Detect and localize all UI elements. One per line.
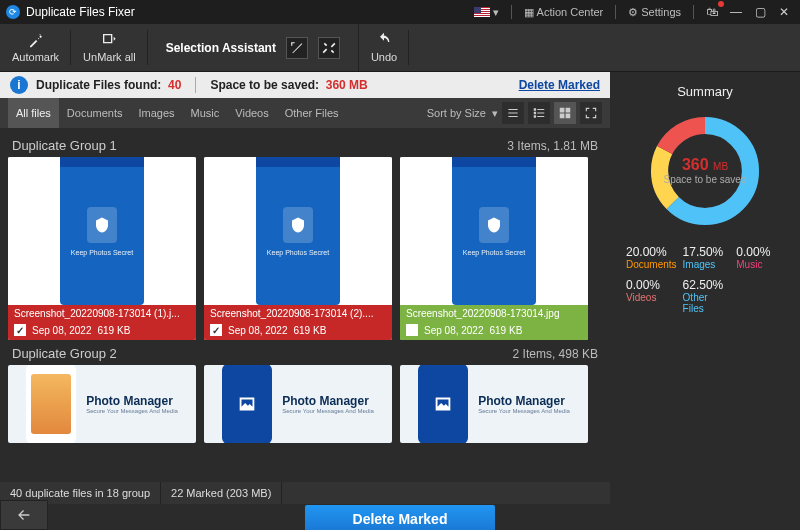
thumbnail: Photo ManagerSecure Your Messages And Me…	[400, 365, 588, 443]
found-label: Duplicate Files found:	[36, 78, 161, 92]
back-button[interactable]	[0, 500, 48, 530]
group-header: Duplicate Group 1 3 Items, 1.81 MB	[8, 132, 602, 157]
file-card[interactable]: Photo ManagerSecure Your Messages And Me…	[204, 365, 392, 443]
stat-pct: 20.00%	[626, 245, 677, 259]
file-name: Screenshot_20220908-173014 (2)....	[204, 305, 392, 322]
tab-videos[interactable]: Videos	[227, 98, 276, 128]
thumbnail: Photo ManagerSecure Your Messages And Me…	[204, 365, 392, 443]
file-meta: ✓Sep 08, 2022619 KB	[204, 322, 392, 340]
minimize-button[interactable]: —	[726, 3, 746, 21]
close-button[interactable]: ✕	[774, 3, 794, 21]
file-date: Sep 08, 2022	[424, 325, 484, 336]
bottom-bar: Delete Marked	[0, 504, 800, 530]
status-bar: 40 duplicate files in 18 group 22 Marked…	[0, 482, 610, 504]
stat-pct: 0.00%	[736, 245, 784, 259]
stat-label: Music	[736, 259, 784, 270]
file-checkbox[interactable]: ✓	[210, 324, 222, 336]
file-date: Sep 08, 2022	[228, 325, 288, 336]
flag-icon	[474, 7, 490, 17]
bell-icon: 🛍	[706, 5, 718, 19]
thumbnail: Keep Photos Secret	[204, 157, 392, 305]
summary-unit: MB	[713, 161, 728, 172]
sort-label: Sort by Size	[427, 107, 486, 119]
view-detail-button[interactable]	[528, 102, 550, 124]
file-meta: Sep 08, 2022619 KB	[400, 322, 588, 340]
stat-label: Images	[683, 259, 731, 270]
title-bar: ⟳ Duplicate Files Fixer ▾ ▦Action Center…	[0, 0, 800, 24]
group-header: Duplicate Group 2 2 Items, 498 KB	[8, 340, 602, 365]
view-grid-button[interactable]	[554, 102, 576, 124]
group-info: 2 Items, 498 KB	[513, 347, 598, 361]
tab-other[interactable]: Other Files	[277, 98, 347, 128]
file-size: 619 KB	[294, 325, 327, 336]
expand-icon	[584, 106, 598, 120]
tab-documents[interactable]: Documents	[59, 98, 131, 128]
file-checkbox[interactable]: ✓	[14, 324, 26, 336]
file-size: 619 KB	[490, 325, 523, 336]
file-date: Sep 08, 2022	[32, 325, 92, 336]
delete-marked-button[interactable]: Delete Marked	[305, 505, 496, 530]
file-name: Screenshot_20220908-173014.jpg	[400, 305, 588, 322]
selection-tool-1[interactable]	[286, 37, 308, 59]
summary-sub: Space to be saved	[664, 174, 747, 186]
main-toolbar: Automark UnMark all Selection Assistant …	[0, 24, 800, 72]
language-selector[interactable]: ▾	[470, 6, 503, 19]
checkbox-icon	[100, 32, 118, 48]
summary-stats: 20.00%Documents 17.50%Images 0.00%Music …	[626, 245, 784, 314]
selection-assistant-label: Selection Assistant	[166, 41, 276, 55]
info-icon: i	[10, 76, 28, 94]
file-card[interactable]: Keep Photos Secret Screenshot_20220908-1…	[400, 157, 588, 340]
file-checkbox[interactable]	[406, 324, 418, 336]
settings-button[interactable]: ⚙Settings	[624, 6, 685, 19]
action-center-label: Action Center	[537, 6, 604, 18]
tab-all-files[interactable]: All files	[8, 98, 59, 128]
back-arrow-icon	[12, 507, 36, 523]
automark-button[interactable]: Automark	[0, 24, 71, 71]
delete-marked-link[interactable]: Delete Marked	[519, 78, 600, 92]
summary-value: 360	[682, 156, 709, 173]
action-center-button[interactable]: ▦Action Center	[520, 6, 608, 19]
sort-dropdown[interactable]: Sort by Size▾	[427, 107, 498, 120]
summary-title: Summary	[677, 84, 733, 99]
status-marked: 22 Marked (203 MB)	[161, 482, 282, 504]
stat-label: Videos	[626, 292, 677, 303]
grid-icon: ▦	[524, 6, 534, 19]
slash-select-icon	[290, 41, 304, 55]
group-name: Duplicate Group 2	[12, 346, 117, 361]
notifications-button[interactable]: 🛍	[702, 3, 722, 21]
app-icon: ⟳	[6, 5, 20, 19]
stat-pct: 62.50%	[683, 278, 731, 292]
undo-button[interactable]: Undo	[358, 24, 409, 71]
undo-label: Undo	[371, 51, 397, 63]
unmark-all-button[interactable]: UnMark all	[71, 24, 148, 71]
tab-music[interactable]: Music	[183, 98, 228, 128]
chevron-down-icon: ▾	[492, 107, 498, 120]
gear-icon: ⚙	[628, 6, 638, 19]
group-info: 3 Items, 1.81 MB	[507, 139, 598, 153]
selection-tool-2[interactable]	[318, 37, 340, 59]
maximize-button[interactable]: ▢	[750, 3, 770, 21]
stat-label: Documents	[626, 259, 677, 270]
filter-tabs: All files Documents Images Music Videos …	[0, 98, 610, 128]
file-meta: ✓Sep 08, 2022619 KB	[8, 322, 196, 340]
automark-label: Automark	[12, 51, 59, 63]
results-content: Duplicate Group 1 3 Items, 1.81 MB Keep …	[0, 128, 610, 482]
thumbnail: Keep Photos Secret	[400, 157, 588, 305]
tab-images[interactable]: Images	[130, 98, 182, 128]
app-title: Duplicate Files Fixer	[26, 5, 470, 19]
undo-icon	[375, 32, 393, 48]
thumbnail: Keep Photos Secret	[8, 157, 196, 305]
list-icon	[506, 106, 520, 120]
wand-icon	[27, 32, 45, 48]
file-card[interactable]: Photo ManagerSecure Your Messages And Me…	[400, 365, 588, 443]
file-card[interactable]: Keep Photos Secret Screenshot_20220908-1…	[204, 157, 392, 340]
settings-label: Settings	[641, 6, 681, 18]
file-size: 619 KB	[98, 325, 131, 336]
stat-pct: 0.00%	[626, 278, 677, 292]
file-card[interactable]: Keep Photos Secret Screenshot_20220908-1…	[8, 157, 196, 340]
stat-pct: 17.50%	[683, 245, 731, 259]
fullscreen-button[interactable]	[580, 102, 602, 124]
view-list-button[interactable]	[502, 102, 524, 124]
file-card[interactable]: Photo ManagerSecure Your Messages And Me…	[8, 365, 196, 443]
file-name: Screenshot_20220908-173014 (1).j...	[8, 305, 196, 322]
